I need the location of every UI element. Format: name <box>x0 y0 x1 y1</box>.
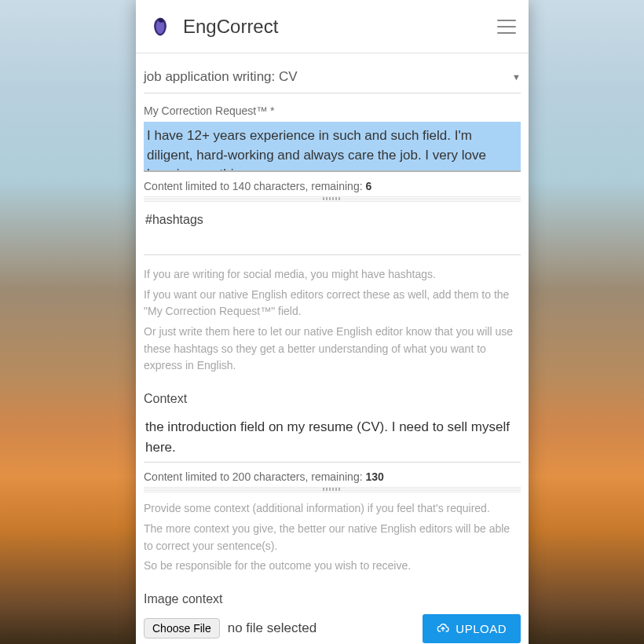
cloud-upload-icon <box>437 622 449 635</box>
hashtags-help-2: If you want our native English editors c… <box>144 287 521 320</box>
request-label: My Correction Request™ * <box>144 104 521 117</box>
context-heading: Context <box>144 392 521 406</box>
upload-button-label: UPLOAD <box>456 622 507 635</box>
topbar: EngCorrect <box>136 0 529 53</box>
context-help-1: Provide some context (additional informa… <box>144 500 521 518</box>
category-select[interactable]: job application writing: CV ▼ <box>144 66 521 93</box>
brand-name: EngCorrect <box>183 16 278 38</box>
drag-handle-context[interactable] <box>144 486 521 492</box>
context-help-3: So be responsible for the outcome you wi… <box>144 558 521 575</box>
hashtags-help-1: If you are writing for social media, you… <box>144 266 521 284</box>
form-content: job application writing: CV ▼ My Correct… <box>136 53 529 644</box>
hamburger-menu-icon[interactable] <box>497 20 516 34</box>
correction-request-input[interactable] <box>144 122 521 172</box>
chevron-down-icon: ▼ <box>512 72 521 82</box>
category-selected-value: job application writing: CV <box>144 69 298 85</box>
logo-icon <box>148 15 172 38</box>
choose-file-button[interactable]: Choose File <box>144 618 220 639</box>
file-row: Choose File no file selected UPLOAD <box>144 614 521 643</box>
context-counter: Content limited to 200 characters, remai… <box>144 470 521 483</box>
context-input[interactable] <box>144 412 521 463</box>
image-context-heading: Image context <box>144 592 521 606</box>
app-window: EngCorrect job application writing: CV ▼… <box>136 0 529 644</box>
drag-handle[interactable] <box>144 196 521 202</box>
no-file-label: no file selected <box>228 620 317 636</box>
hashtags-help-3: Or just write them here to let our nativ… <box>144 324 521 375</box>
request-counter: Content limited to 140 characters, remai… <box>144 180 521 192</box>
context-help-2: The more context you give, the better ou… <box>144 521 521 554</box>
upload-button[interactable]: UPLOAD <box>423 614 521 643</box>
hashtags-input[interactable] <box>144 207 521 255</box>
